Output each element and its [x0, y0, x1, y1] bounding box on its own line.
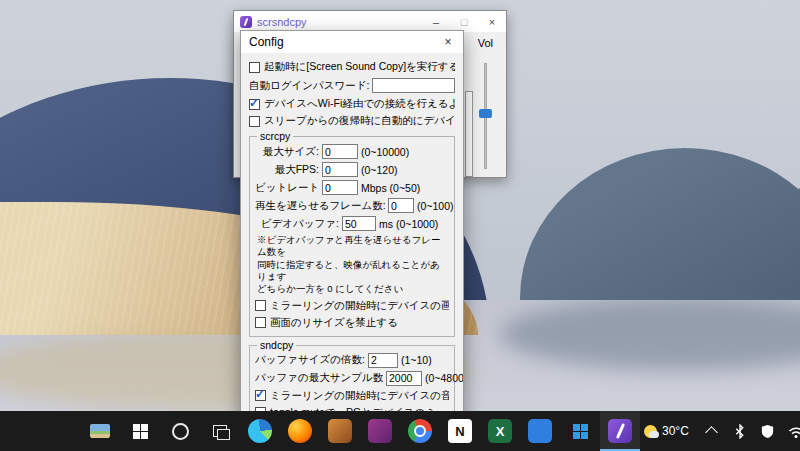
bitrate-range: Mbps (0~50)	[361, 182, 420, 194]
delay-frames-label: 再生を遅らせるフレーム数:	[255, 199, 385, 213]
tray-overflow-button[interactable]	[703, 411, 721, 451]
taskbar-app-excel[interactable]: X	[480, 411, 520, 451]
buffer-multiple-input[interactable]	[368, 353, 398, 368]
windows-blue-icon	[573, 424, 588, 439]
notion-icon: N	[448, 419, 472, 443]
max-size-row: 最大サイズ: (0~10000)	[255, 144, 449, 159]
bitrate-input[interactable]	[322, 180, 358, 195]
scrsndcpy-titlebar[interactable]: scrsndcpy – □ ×	[234, 11, 506, 32]
max-samples-input[interactable]	[386, 371, 422, 386]
volume-slider-thumb[interactable]	[479, 109, 492, 118]
video-buffer-note: ※ビデオバッファと再生を遅らせるフレーム数を 同時に指定すると、映像が乱れること…	[257, 234, 449, 296]
config-dialog-title: Config	[241, 35, 433, 49]
password-label: 自動ログインパスワード:	[249, 79, 369, 93]
no-resize-checkbox[interactable]	[255, 317, 266, 328]
scrsndcpy-app-icon	[240, 16, 252, 28]
no-resize-label: 画面のリサイズを禁止する	[270, 316, 398, 330]
sleep-reconnect-checkbox-row[interactable]: スリープからの復帰時に自動的にデバイスへ再接続する	[249, 114, 455, 128]
mute-device-checkbox[interactable]	[255, 390, 266, 401]
taskbar-app-edge[interactable]	[240, 411, 280, 451]
chrome-icon	[408, 419, 432, 443]
windows-logo-icon	[133, 424, 148, 439]
config-body: 起動時に[Screen Sound Copy]を実行する 自動ログインパスワード…	[241, 53, 463, 421]
plum-app-icon	[368, 419, 392, 443]
autorun-label: 起動時に[Screen Sound Copy]を実行する	[264, 60, 455, 74]
max-samples-label: バッファの最大サンプル数:	[255, 371, 383, 385]
blue-app-icon	[528, 419, 552, 443]
no-resize-checkbox-row[interactable]: 画面のリサイズを禁止する	[255, 316, 449, 330]
screen-off-label: ミラーリングの開始時にデバイスの画面をOFFにする	[270, 299, 449, 313]
delay-frames-row: 再生を遅らせるフレーム数: (0~100)	[255, 198, 449, 213]
video-buffer-label: ビデオバッファ:	[255, 217, 339, 231]
taskbar-app-browser[interactable]	[280, 411, 320, 451]
scrsndcpy-window-title: scrsndcpy	[257, 16, 422, 28]
shield-icon	[760, 424, 775, 439]
audio-level-meter	[465, 91, 473, 177]
max-fps-label: 最大FPS:	[255, 163, 319, 177]
max-fps-range: (0~120)	[361, 164, 397, 176]
delay-frames-input[interactable]	[388, 198, 414, 213]
autorun-checkbox[interactable]	[249, 62, 260, 73]
amber-app-icon	[328, 419, 352, 443]
autorun-checkbox-row[interactable]: 起動時に[Screen Sound Copy]を実行する	[249, 60, 455, 74]
wifi-checkbox[interactable]	[249, 99, 260, 110]
video-buffer-range: ms (0~1000)	[379, 218, 438, 230]
taskbar-app-windows-tool[interactable]	[560, 411, 600, 451]
taskbar: N X 30°C	[0, 411, 800, 451]
task-view-button[interactable]	[200, 411, 240, 451]
sleep-reconnect-checkbox[interactable]	[249, 116, 260, 127]
max-fps-row: 最大FPS: (0~120)	[255, 162, 449, 177]
max-fps-input[interactable]	[322, 162, 358, 177]
config-dialog: Config × 起動時に[Screen Sound Copy]を実行する 自動…	[240, 30, 464, 422]
max-samples-range: (0~48000)	[425, 372, 463, 384]
weather-sun-icon	[644, 425, 657, 438]
bluetooth-tray-button[interactable]	[731, 411, 749, 451]
search-button[interactable]	[160, 411, 200, 451]
scrsndcpy-taskbar-icon	[608, 419, 632, 443]
mute-device-label: ミラーリングの開始時にデバイスの音声をミュートする	[270, 389, 449, 403]
taskbar-app-scrsndcpy[interactable]	[600, 411, 640, 451]
desktop: scrsndcpy – □ × Vol Config × 起動時に[Screen…	[0, 0, 800, 451]
buffer-multiple-row: バッファサイズの倍数: (1~10)	[255, 353, 449, 368]
config-titlebar[interactable]: Config ×	[241, 31, 463, 53]
desktop-thumbnail-icon	[90, 424, 110, 438]
mute-device-checkbox-row[interactable]: ミラーリングの開始時にデバイスの音声をミュートする	[255, 389, 449, 403]
wifi-checkbox-row[interactable]: デバイスへWi-Fi経由での接続を行えるようにする	[249, 97, 455, 111]
taskbar-app-notion[interactable]: N	[440, 411, 480, 451]
bluetooth-icon	[732, 424, 747, 439]
taskbar-app-blue[interactable]	[520, 411, 560, 451]
excel-icon: X	[488, 419, 512, 443]
screen-off-checkbox[interactable]	[255, 300, 266, 311]
maximize-button[interactable]: □	[450, 11, 478, 32]
password-input[interactable]	[372, 78, 455, 93]
buffer-multiple-label: バッファサイズの倍数:	[255, 353, 365, 367]
security-tray-button[interactable]	[759, 411, 777, 451]
weather-widget[interactable]: 30°C	[640, 424, 693, 438]
wifi-icon	[788, 424, 800, 439]
sndcpy-group-title: sndcpy	[257, 339, 296, 351]
max-size-input[interactable]	[322, 144, 358, 159]
wifi-label: デバイスへWi-Fi経由での接続を行えるようにする	[264, 97, 455, 111]
browser-icon	[288, 419, 312, 443]
max-samples-row: バッファの最大サンプル数: (0~48000)	[255, 371, 449, 386]
pinned-desktop-shortcut[interactable]	[80, 411, 120, 451]
minimize-button[interactable]: –	[422, 11, 450, 32]
delay-frames-range: (0~100)	[417, 200, 453, 212]
temperature-label: 30°C	[662, 424, 689, 438]
taskbar-app-amber[interactable]	[320, 411, 360, 451]
volume-label: Vol	[478, 37, 493, 49]
config-close-icon[interactable]: ×	[433, 31, 463, 53]
video-buffer-row: ビデオバッファ: ms (0~1000)	[255, 216, 449, 231]
buffer-multiple-range: (1~10)	[401, 354, 432, 366]
taskbar-app-plum[interactable]	[360, 411, 400, 451]
taskbar-left: N X	[80, 411, 640, 451]
start-button[interactable]	[120, 411, 160, 451]
bitrate-row: ビットレート: Mbps (0~50)	[255, 180, 449, 195]
network-tray-button[interactable]	[787, 411, 800, 451]
screen-off-checkbox-row[interactable]: ミラーリングの開始時にデバイスの画面をOFFにする	[255, 299, 449, 313]
taskbar-app-chrome[interactable]	[400, 411, 440, 451]
password-row: 自動ログインパスワード:	[249, 78, 455, 93]
edge-icon	[248, 419, 272, 443]
video-buffer-input[interactable]	[342, 216, 376, 231]
close-button[interactable]: ×	[478, 11, 506, 32]
